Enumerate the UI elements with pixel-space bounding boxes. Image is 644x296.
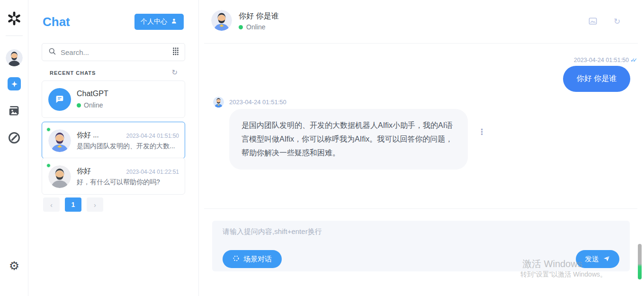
chat-item-avatar xyxy=(48,129,71,152)
incoming-message-bubble: 是国内团队发明的、开发的大数据机器人AIfix小助手，我的AI语言模型叫做AIf… xyxy=(229,109,468,170)
scene-dialog-button[interactable]: 场景对话 xyxy=(223,250,282,268)
rail-divider xyxy=(6,36,23,36)
ai-chat-sparkle-icon[interactable] xyxy=(8,77,21,90)
refresh-chats-icon[interactable]: ↻ xyxy=(171,68,178,77)
online-label: Online xyxy=(246,23,265,31)
chat-item-preview: 好，有什么可以帮助你的吗? xyxy=(77,178,180,187)
scrollbar-thumb[interactable] xyxy=(638,244,642,279)
outgoing-message-bubble: 你好 你是谁 xyxy=(563,66,630,92)
windows-activation-hint: 转到“设置”以激活 Windows。 xyxy=(520,270,607,279)
chat-item-avatar xyxy=(48,165,71,188)
chat-list-item-selected[interactable]: 你好 ... 2023-04-24 01:51:50 是国内团队发明的、开发的大… xyxy=(42,122,185,159)
conversation-title: 你好 你是谁 xyxy=(239,11,278,21)
conversation-avatar xyxy=(211,10,232,31)
message-text: 你好 你是谁 xyxy=(577,74,617,84)
conversation-header: 你好 你是谁 Online ↻ xyxy=(199,0,644,44)
bot-message-avatar xyxy=(213,97,224,108)
presence-dot xyxy=(46,127,51,132)
search-input[interactable] xyxy=(61,48,172,56)
search-icon xyxy=(48,47,56,57)
header-divider xyxy=(204,43,638,44)
dialpad-icon[interactable] xyxy=(172,47,179,57)
presence-dot xyxy=(46,163,51,168)
rail-user-avatar[interactable] xyxy=(6,49,23,66)
online-dot xyxy=(239,25,243,29)
page-prev-button[interactable]: ‹ xyxy=(43,197,60,212)
pagination: ‹ 1 › xyxy=(43,197,103,212)
double-check-icon: ✓✓ xyxy=(630,57,635,63)
chat-item-time: 2023-04-24 01:51:50 xyxy=(126,133,179,139)
chat-item-status: Online xyxy=(77,101,103,109)
chat-sidebar: Chat 个人中心 xyxy=(28,0,199,296)
settings-gear-icon[interactable]: ⚙ xyxy=(7,259,21,273)
page-next-button[interactable]: › xyxy=(87,197,103,212)
chat-application: ⚙ Chat 个人中心 xyxy=(0,0,644,296)
chat-item-name: 你好 ... xyxy=(77,131,99,140)
message-more-icon[interactable]: ⋮ xyxy=(475,125,489,139)
messages-divider xyxy=(204,208,637,209)
send-label: 发送 xyxy=(585,255,599,264)
conversation-status: Online xyxy=(239,23,265,31)
recent-chats-heading: RECENT CHATS xyxy=(50,70,96,76)
person-icon xyxy=(170,18,178,26)
header-actions: ↻ xyxy=(589,18,621,26)
chat-item-name: ChatGPT xyxy=(77,90,108,98)
online-dot xyxy=(77,103,81,108)
chat-list-item[interactable]: 你好 2023-04-24 01:22:51 好，有什么可以帮助你的吗? xyxy=(42,158,185,195)
openai-logo-icon xyxy=(7,11,22,26)
incoming-message-time: 2023-04-24 01:51:50 xyxy=(229,99,286,106)
chat-item-name: 你好 xyxy=(77,167,91,176)
chat-item-preview: 是国内团队发明的、开发的大数... xyxy=(77,142,180,151)
message-text: 是国内团队发明的、开发的大数据机器人AIfix小助手，我的AI语言模型叫做AIf… xyxy=(242,121,453,157)
chatgpt-avatar xyxy=(48,88,71,111)
online-label: Online xyxy=(84,101,103,109)
page-number-button[interactable]: 1 xyxy=(65,197,81,212)
icon-rail: ⚙ xyxy=(0,0,28,296)
conversation-panel: 你好 你是谁 Online ↻ 2023-04-24 01:51:50✓✓ xyxy=(199,0,644,296)
image-icon[interactable] xyxy=(589,18,597,26)
gallery-icon[interactable] xyxy=(8,105,21,118)
outgoing-message-time: 2023-04-24 01:51:50✓✓ xyxy=(574,57,635,63)
send-button[interactable]: 发送 xyxy=(576,250,619,268)
search-box xyxy=(42,43,185,61)
timestamp: 2023-04-24 01:51:50 xyxy=(574,57,629,63)
profile-center-label: 个人中心 xyxy=(141,18,167,26)
chat-list-item-chatgpt[interactable]: ChatGPT Online xyxy=(42,81,185,118)
sidebar-title: Chat xyxy=(43,15,70,29)
chat-item-time: 2023-04-24 01:22:51 xyxy=(126,169,179,175)
message-input[interactable] xyxy=(223,227,507,248)
scene-sparkle-icon xyxy=(233,255,240,263)
brand-slash-icon[interactable] xyxy=(8,131,21,144)
message-input-panel: 场景对话 发送 xyxy=(212,221,630,271)
profile-center-button[interactable]: 个人中心 xyxy=(134,14,184,30)
send-plane-icon xyxy=(603,255,610,264)
scene-dialog-label: 场景对话 xyxy=(243,255,272,264)
refresh-icon[interactable]: ↻ xyxy=(613,18,621,26)
